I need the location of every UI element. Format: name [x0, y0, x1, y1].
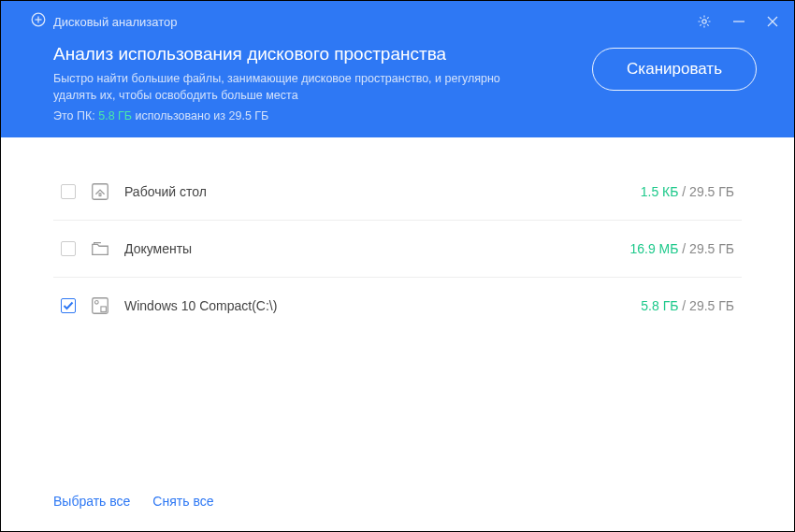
item-total: 29.5 ГБ	[689, 241, 734, 256]
item-total: 29.5 ГБ	[689, 184, 734, 199]
disk-usage-summary: Это ПК: 5.8 ГБ использовано из 29.5 ГБ	[53, 109, 592, 122]
svg-rect-8	[99, 194, 101, 196]
item-stats: 16.9 МБ / 29.5 ГБ	[629, 241, 734, 256]
list-item-documents[interactable]: Документы 16.9 МБ / 29.5 ГБ	[53, 221, 742, 278]
select-all-link[interactable]: Выбрать все	[53, 494, 130, 509]
item-name: Рабочий стол	[124, 184, 628, 199]
minimize-icon	[732, 15, 745, 28]
checkbox[interactable]	[61, 184, 76, 199]
deselect-all-link[interactable]: Снять все	[152, 494, 213, 509]
svg-point-3	[702, 20, 706, 23]
header-text: Анализ использования дискового пространс…	[53, 44, 592, 122]
close-icon	[766, 15, 779, 28]
main-list: Рабочий стол 1.5 КБ / 29.5 ГБ Документы …	[1, 137, 794, 479]
checkbox[interactable]	[61, 241, 76, 256]
close-button[interactable]	[766, 15, 779, 28]
svg-rect-7	[93, 184, 108, 200]
settings-button[interactable]	[697, 14, 712, 29]
titlebar-left: Дисковый анализатор	[31, 12, 177, 31]
item-name: Документы	[124, 241, 616, 256]
titlebar: Дисковый анализатор	[1, 1, 794, 36]
svg-rect-11	[101, 307, 107, 312]
home-icon	[89, 180, 111, 203]
header-main: Анализ использования дискового пространс…	[1, 36, 794, 137]
window: Дисковый анализатор	[0, 0, 795, 532]
gear-icon	[697, 14, 712, 29]
list-item-desktop[interactable]: Рабочий стол 1.5 КБ / 29.5 ГБ	[53, 164, 742, 221]
summary-used: 5.8 ГБ	[98, 109, 132, 122]
item-used: 5.8 ГБ	[641, 298, 678, 313]
page-title: Анализ использования дискового пространс…	[53, 44, 592, 65]
item-stats: 1.5 КБ / 29.5 ГБ	[641, 184, 734, 199]
summary-suffix: использовано из 29.5 ГБ	[136, 109, 269, 122]
folder-icon	[89, 237, 111, 260]
header: Дисковый анализатор	[1, 1, 794, 137]
scan-button[interactable]: Сканировать	[592, 48, 757, 91]
minimize-button[interactable]	[732, 15, 745, 28]
titlebar-controls	[697, 14, 779, 29]
item-used: 1.5 КБ	[641, 184, 679, 199]
footer: Выбрать все Снять все	[1, 479, 794, 531]
app-title: Дисковый анализатор	[53, 15, 177, 29]
svg-point-10	[95, 301, 99, 305]
summary-prefix: Это ПК:	[53, 109, 95, 122]
item-used: 16.9 МБ	[629, 241, 678, 256]
svg-rect-9	[93, 298, 108, 314]
checkbox[interactable]	[61, 298, 76, 313]
disk-icon	[89, 295, 111, 317]
item-stats: 5.8 ГБ / 29.5 ГБ	[641, 298, 734, 313]
item-name: Windows 10 Compact(C:\)	[124, 298, 628, 313]
list-item-disk-c[interactable]: Windows 10 Compact(C:\) 5.8 ГБ / 29.5 ГБ	[53, 278, 742, 334]
plus-circle-icon	[31, 12, 46, 31]
item-total: 29.5 ГБ	[689, 298, 734, 313]
page-description: Быстро найти большие файлы, занимающие д…	[53, 70, 502, 104]
